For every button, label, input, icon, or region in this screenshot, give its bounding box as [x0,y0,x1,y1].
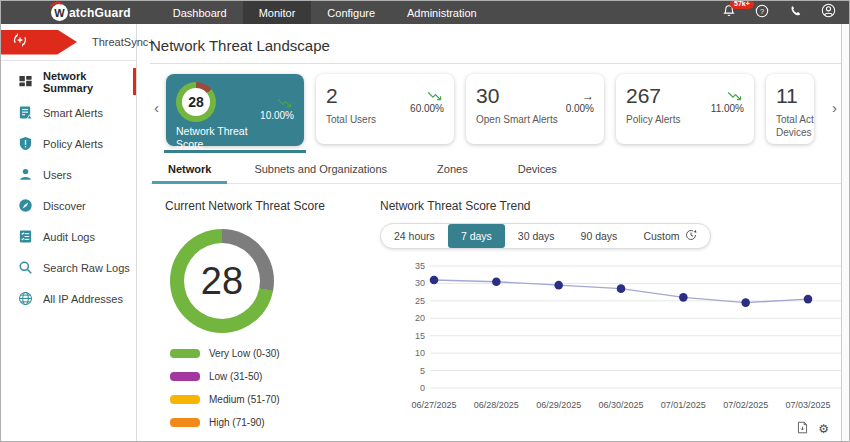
trend-section: Network Threat Score Trend 24 hours 7 da… [368,197,841,441]
nav-item-configure[interactable]: Configure [311,1,391,24]
stat-cards-carousel: ‹ 28 Network Threat Score 10.00% 2 Total… [150,72,841,146]
trend-title: Network Threat Score Trend [380,199,841,213]
globe-icon [17,291,33,307]
app-window: W atchGuard DashboardMonitorConfigureAdm… [0,0,850,442]
page-title: Network Threat Landscape [150,37,841,64]
threat-score-gauge: 28 [170,229,274,333]
card-label: Total Active Devices [776,114,814,139]
main-nav: DashboardMonitorConfigureAdministration [157,1,493,24]
card-label: Network Threat Score [176,125,258,151]
data-point[interactable] [617,284,626,293]
range-24-hours-button[interactable]: 24 hours [381,224,448,248]
threatsync-pennant [1,30,77,55]
tab-network[interactable]: Network [150,158,229,183]
sidebar-item-label: Policy Alerts [43,138,103,150]
data-point[interactable] [679,293,688,302]
stat-card-policy-alerts[interactable]: 267 Policy Alerts 11.00% [616,74,754,144]
range-custom-button[interactable]: Custom [630,224,709,248]
current-score-section: Current Network Threat Score 28 Very Low… [150,197,368,441]
shield-alert-icon [17,136,33,152]
range-7-days-button[interactable]: 7 days [448,224,505,248]
sidebar-item-all-ip-addresses[interactable]: All IP Addresses [1,283,136,314]
sidebar-item-discover[interactable]: Discover [1,190,136,221]
support-phone-button[interactable] [788,4,802,22]
time-range-selector: 24 hours 7 days 30 days 90 days Custom [380,223,711,249]
legend-label: Very Low (0-30) [209,348,280,359]
svg-text:15: 15 [415,331,425,341]
sidebar-item-policy-alerts[interactable]: Policy Alerts [1,128,136,159]
trend-percent: 10.00% [260,110,294,121]
help-icon: ? [755,4,769,22]
nav-item-dashboard[interactable]: Dashboard [157,1,243,24]
stat-card-total-users[interactable]: 2 Total Users 60.00% [316,74,454,144]
sidebar-item-search-raw-logs[interactable]: Search Raw Logs [1,252,136,283]
sidebar-item-label: Smart Alerts [43,107,103,119]
trend-indicator: 10.00% [260,98,294,121]
sidebar-item-audit-logs[interactable]: Audit Logs [1,221,136,252]
export-report-icon[interactable] [796,420,809,438]
data-point[interactable] [492,277,501,286]
product-header: ThreatSync+ [1,24,136,61]
trend-down-icon [260,98,294,110]
tab-zones[interactable]: Zones [412,158,493,183]
svg-text:06/28/2025: 06/28/2025 [474,400,519,410]
svg-text:06/29/2025: 06/29/2025 [536,400,581,410]
card-label: Policy Alerts [626,114,744,127]
legend-item: Medium (51-70) [170,394,368,405]
legend-item: High (71-90) [170,417,368,428]
nav-item-administration[interactable]: Administration [391,1,493,24]
view-tabs: NetworkSubnets and OrganizationsZonesDev… [150,158,841,184]
svg-text:06/27/2025: 06/27/2025 [411,400,456,410]
sidebar-item-users[interactable]: Users [1,159,136,190]
svg-text:07/02/2025: 07/02/2025 [723,400,768,410]
legend-swatch [170,395,200,404]
card-value: 11 [776,85,804,107]
carousel-prev-button[interactable]: ‹ [150,100,163,115]
data-point[interactable] [430,276,439,285]
tab-devices[interactable]: Devices [493,158,582,183]
scrollbar[interactable] [841,24,849,441]
sidebar-item-network-summary[interactable]: Network Summary [1,66,136,97]
sidebar-item-smart-alerts[interactable]: Smart Alerts [1,97,136,128]
trend-indicator: → 0.00% [566,91,594,114]
help-button[interactable]: ? [755,4,769,22]
notifications-button[interactable]: 57k+ [722,4,736,22]
stat-card-open-smart-alerts[interactable]: 30 Open Smart Alerts → 0.00% [466,74,604,144]
sidebar-item-label: Users [43,169,72,181]
range-90-days-button[interactable]: 90 days [568,224,631,248]
search-icon [17,260,33,276]
carousel-next-button[interactable]: › [828,100,841,115]
svg-text:?: ? [760,6,764,15]
trend-percent: 0.00% [566,103,594,114]
score-legend: Very Low (0-30) Low (31-50) Medium (51-7… [170,348,368,441]
layout: ThreatSync+ Network Summary Smart Alerts… [1,24,849,441]
charts-area: Current Network Threat Score 28 Very Low… [150,197,841,441]
tab-subnets-and-organizations[interactable]: Subnets and Organizations [229,158,412,183]
trend-down-icon [410,91,444,103]
range-30-days-button[interactable]: 30 days [505,224,568,248]
stat-card-total-active-devices[interactable]: 11 Total Active Devices [766,74,814,144]
account-button[interactable] [821,3,836,22]
trend-down-icon [711,91,744,103]
current-score-title: Current Network Threat Score [165,199,368,213]
card-label: Total Users [326,114,444,127]
sync-plus-icon [12,32,28,52]
svg-text:30: 30 [415,278,425,288]
nav-utility-icons: 57k+ ? [722,3,836,22]
gear-icon[interactable]: ⚙ [818,423,829,435]
data-point[interactable] [554,281,563,290]
trend-indicator: 60.00% [410,91,444,114]
stat-card-network-threat-score[interactable]: 28 Network Threat Score 10.00% [166,74,304,146]
clock-history-icon [685,229,697,243]
chart-toolbar: ⚙ [796,420,829,438]
watchguard-logo: W atchGuard [51,4,131,21]
legend-label: Medium (51-70) [209,394,280,405]
legend-item: Low (31-50) [170,371,368,382]
data-point[interactable] [741,298,750,307]
mini-threat-gauge: 28 [176,82,216,122]
threat-score-value: 28 [184,243,260,319]
sidebar-item-label: All IP Addresses [43,293,123,305]
nav-item-monitor[interactable]: Monitor [243,1,312,24]
svg-text:10: 10 [415,348,425,358]
data-point[interactable] [804,295,813,304]
